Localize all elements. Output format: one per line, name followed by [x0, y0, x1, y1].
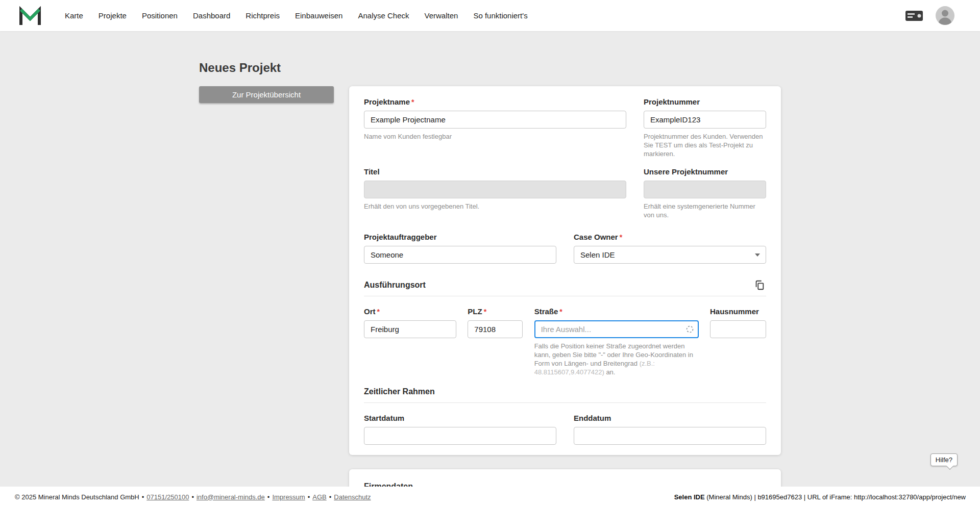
unsere-projektnummer-input	[644, 181, 766, 198]
case-owner-label: Case Owner*	[574, 233, 766, 242]
projektname-helper: Name vom Kunden festlegbar	[364, 132, 626, 141]
projektname-input[interactable]	[364, 111, 626, 129]
required-asterisk: *	[559, 308, 562, 316]
projektnummer-label-text: Projektnummer	[644, 97, 700, 106]
email-link[interactable]: info@mineral-minds.de	[197, 493, 265, 501]
hausnummer-label: Hausnummer	[710, 307, 766, 316]
session-details: (Mineral Minds) | b91695ed7623 | URL of …	[705, 493, 966, 501]
logo-graphic	[19, 5, 41, 27]
enddatum-label-text: Enddatum	[574, 414, 611, 422]
session-user: Selen IDE	[674, 493, 705, 501]
loading-spinner-icon	[685, 325, 694, 334]
strasse-input[interactable]	[534, 320, 699, 338]
main-content: Neues Projekt Zur Projektübersicht Proje…	[0, 60, 980, 507]
form-row-name-number: Projektname* Name vom Kunden festlegbar …	[364, 97, 766, 158]
form-row-address: Ort* PLZ* Straße*	[364, 307, 766, 376]
nav-item-verwalten[interactable]: Verwalten	[425, 11, 458, 20]
hausnummer-label-text: Hausnummer	[710, 307, 759, 316]
nav-item-einbauweisen[interactable]: Einbauweisen	[295, 11, 342, 20]
nav-item-projekte[interactable]: Projekte	[99, 11, 127, 20]
nav-item-karte[interactable]: Karte	[65, 11, 83, 20]
projektname-label-text: Projektname	[364, 97, 410, 106]
chevron-down-icon	[755, 253, 760, 257]
startdatum-input[interactable]	[364, 427, 556, 445]
footer: © 2025 Mineral Minds Deutschland GmbH • …	[0, 487, 980, 507]
help-button[interactable]: Hilfe?	[930, 453, 958, 466]
hausnummer-input[interactable]	[710, 320, 766, 338]
strasse-label: Straße*	[534, 307, 699, 316]
session-info: Selen IDE (Mineral Minds) | b91695ed7623…	[674, 493, 966, 501]
section-ausfuehrungsort-title: Ausführungsort	[364, 281, 426, 290]
project-form-card: Projektname* Name vom Kunden festlegbar …	[349, 86, 781, 455]
enddatum-label: Enddatum	[574, 414, 766, 423]
projektnummer-input[interactable]	[644, 111, 766, 129]
user-avatar[interactable]	[936, 6, 954, 25]
startdatum-label: Startdatum	[364, 414, 556, 423]
strasse-helper-main: Falls die Position keiner Straße zugeord…	[534, 342, 693, 367]
required-asterisk: *	[411, 98, 414, 106]
form-row-auftraggeber-owner: Projektauftraggeber Case Owner* Selen ID…	[364, 233, 766, 264]
datenschutz-link[interactable]: Datenschutz	[334, 493, 371, 501]
copyright-text: © 2025 Mineral Minds Deutschland GmbH	[15, 493, 139, 501]
projektnummer-helper: Projektnummer des Kunden. Verwenden Sie …	[644, 132, 766, 158]
main-nav: Karte Projekte Positionen Dashboard Rich…	[65, 11, 528, 20]
required-asterisk: *	[620, 233, 622, 241]
nav-item-dashboard[interactable]: Dashboard	[193, 11, 230, 20]
titel-label-text: Titel	[364, 167, 380, 176]
card-reader-icon[interactable]	[905, 10, 923, 22]
form-row-dates: Startdatum Enddatum	[364, 414, 766, 445]
separator: •	[267, 493, 270, 501]
separator: •	[308, 493, 310, 501]
titel-helper: Erhält den von uns vorgegebenen Titel.	[364, 202, 626, 211]
required-asterisk: *	[377, 308, 380, 316]
back-to-projects-button[interactable]: Zur Projektübersicht	[199, 86, 334, 103]
projektauftraggeber-input[interactable]	[364, 246, 556, 264]
ort-label: Ort*	[364, 307, 456, 316]
separator: •	[142, 493, 144, 501]
separator: •	[191, 493, 194, 501]
required-asterisk: *	[484, 308, 486, 316]
phone-link[interactable]: 07151/250100	[146, 493, 189, 501]
section-divider	[364, 402, 766, 403]
nav-item-positionen[interactable]: Positionen	[142, 11, 178, 20]
plz-input[interactable]	[468, 320, 523, 338]
footer-left: © 2025 Mineral Minds Deutschland GmbH • …	[15, 493, 371, 501]
case-owner-label-text: Case Owner	[574, 233, 618, 241]
section-divider	[364, 296, 766, 296]
top-navigation-bar: Karte Projekte Positionen Dashboard Rich…	[0, 0, 980, 31]
titel-label: Titel	[364, 167, 626, 176]
copy-address-button[interactable]	[753, 278, 766, 292]
topbar-right	[905, 6, 954, 25]
nav-item-analyse-check[interactable]: Analyse Check	[358, 11, 409, 20]
strasse-label-text: Straße	[534, 307, 558, 316]
ort-input[interactable]	[364, 320, 456, 338]
case-owner-selected-value: Selen IDE	[574, 246, 766, 264]
copy-icon	[754, 280, 765, 291]
section-zeitlicher-rahmen-title: Zeitlicher Rahmen	[364, 387, 435, 396]
plz-label-text: PLZ	[468, 307, 482, 316]
impressum-link[interactable]: Impressum	[272, 493, 305, 501]
section-zeitlicher-rahmen-header: Zeitlicher Rahmen	[364, 386, 766, 398]
projektname-label: Projektname*	[364, 97, 626, 107]
strasse-helper: Falls die Position keiner Straße zugeord…	[534, 342, 699, 376]
projektauftraggeber-label-text: Projektauftraggeber	[364, 233, 437, 241]
titel-input	[364, 181, 626, 198]
unsere-projektnummer-helper: Erhält eine systemgenerierte Nummer von …	[644, 202, 766, 219]
nav-item-richtpreis[interactable]: Richtpreis	[246, 11, 280, 20]
agb-link[interactable]: AGB	[312, 493, 326, 501]
mineral-minds-logo-icon[interactable]	[19, 5, 41, 27]
ort-label-text: Ort	[364, 307, 376, 316]
startdatum-label-text: Startdatum	[364, 414, 404, 422]
nav-item-so-funktionierts[interactable]: So funktioniert's	[473, 11, 527, 20]
unsere-projektnummer-label-text: Unsere Projektnummer	[644, 167, 728, 176]
page-title: Neues Projekt	[199, 60, 781, 75]
section-ausfuehrungsort-header: Ausführungsort	[364, 279, 766, 291]
projektauftraggeber-label: Projektauftraggeber	[364, 233, 556, 242]
form-row-titel-unsere: Titel Erhält den von uns vorgegebenen Ti…	[364, 167, 766, 219]
plz-label: PLZ*	[468, 307, 523, 316]
separator: •	[329, 493, 332, 501]
enddatum-input[interactable]	[574, 427, 766, 445]
unsere-projektnummer-label: Unsere Projektnummer	[644, 167, 766, 176]
case-owner-select[interactable]: Selen IDE	[574, 246, 766, 264]
help-button-label: Hilfe?	[936, 456, 952, 464]
